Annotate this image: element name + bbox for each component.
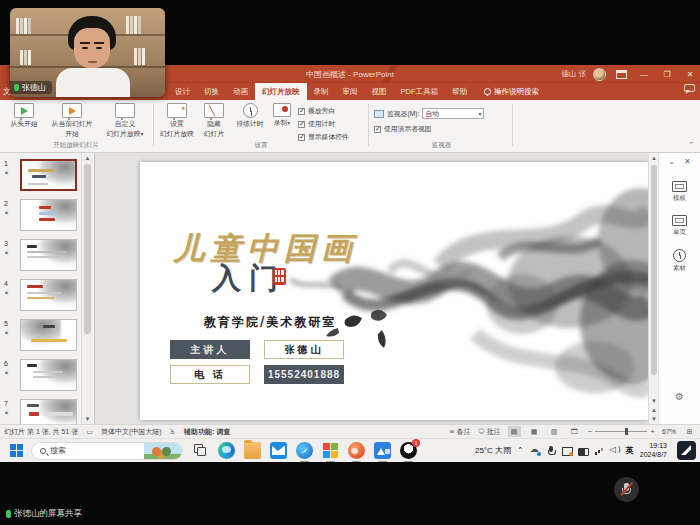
record-button[interactable]: 录制 [268, 103, 296, 128]
zoom-track[interactable] [595, 431, 647, 432]
panel-close-icon[interactable]: ✕ [684, 157, 691, 166]
side-panel-item-模板[interactable]: 模板 [672, 181, 687, 203]
scrollbar-thumb[interactable] [651, 165, 657, 375]
tab-设计[interactable]: 设计 [168, 83, 197, 100]
mic-active-icon [14, 84, 19, 91]
presenter-view-checkbox[interactable]: 使用演示者视图 [374, 124, 484, 134]
microsoft-store-icon[interactable] [322, 442, 339, 459]
accessibility-icon: ♿ [170, 428, 176, 436]
gear-icon[interactable]: ⚙ [659, 391, 700, 402]
webcam-name-label: 张德山 [10, 81, 52, 94]
ribbon-display-icon [616, 70, 627, 79]
normal-view-button[interactable]: ▤ [508, 426, 521, 437]
play-narration-checkbox[interactable]: 播放旁白 [298, 106, 349, 116]
scrollbar-thumb[interactable] [84, 164, 91, 334]
books [134, 48, 145, 65]
accessibility-status[interactable]: 辅助功能: 调查 [184, 427, 230, 437]
webcam-name: 张德山 [22, 82, 46, 93]
account-avatar[interactable] [593, 68, 606, 81]
tab-审阅[interactable]: 审阅 [336, 83, 365, 100]
tab-切换[interactable]: 切换 [197, 83, 226, 100]
custom-slideshow-button[interactable]: 自定义 幻灯片放映 [100, 103, 150, 139]
timings-label: 使用计时 [308, 119, 335, 129]
zoom-percentage[interactable]: 67% [662, 428, 676, 435]
microphone-in-use-icon[interactable] [546, 446, 556, 456]
slideshow-view-button[interactable]: 🗖 [568, 426, 581, 437]
taskbar-search-box[interactable]: 搜索 [31, 442, 183, 460]
thumbnail-scrollbar[interactable]: ▲ ▼ [81, 153, 92, 424]
qq-app-icon[interactable]: 1 [400, 442, 417, 459]
battery-icon[interactable] [578, 446, 588, 456]
zoom-slider[interactable]: − + [588, 427, 655, 436]
hide-slide-button[interactable]: 隐藏 幻灯片 [196, 103, 232, 139]
share-indicator-button[interactable] [677, 441, 696, 460]
rehearse-timings-button[interactable]: 排练计时 [230, 103, 270, 128]
slide-sorter-view-button[interactable]: ▦ [528, 426, 541, 437]
group-label-start: 开始放映幻灯片 [0, 141, 152, 150]
ime-language-indicator[interactable]: 英 [626, 445, 634, 456]
thumbnail-number: 7 [4, 400, 8, 407]
hidden-icons-chevron[interactable]: ⌃ [517, 446, 524, 455]
network-signal-icon[interactable] [594, 446, 604, 456]
search-placeholder: 搜索 [50, 445, 66, 456]
comments-toggle[interactable]: 🗨 批注 [478, 427, 501, 437]
setup-slideshow-button[interactable]: 设置 幻灯片放映 [156, 103, 198, 139]
minimize-button[interactable]: — [636, 67, 652, 81]
notes-toggle[interactable]: ≐ 备注 [449, 427, 471, 437]
language-status[interactable]: 简体中文(中国大陆) [101, 427, 162, 437]
mic-muted-button[interactable] [614, 477, 639, 502]
tab-动画[interactable]: 动画 [226, 83, 255, 100]
editor-scrollbar[interactable]: ▲ ▼▲▼ [648, 153, 658, 424]
taskbar-clock[interactable]: 19:13 2024/8/7 [640, 442, 667, 458]
close-button[interactable]: ✕ [682, 67, 698, 81]
scroll-up-icon[interactable]: ▲ [82, 153, 93, 163]
zoom-handle[interactable] [625, 428, 628, 435]
person-face [88, 61, 97, 63]
screen-cast-icon[interactable] [562, 446, 572, 456]
webcam-video-tile[interactable]: 张德山 [10, 8, 165, 97]
reading-view-button[interactable]: ▥ [548, 426, 561, 437]
tab-帮助[interactable]: 帮助 [445, 83, 474, 100]
time: 19:13 [640, 442, 667, 450]
side-panel-item-单页[interactable]: 单页 [672, 215, 687, 237]
restore-button[interactable]: ❐ [659, 67, 675, 81]
edge-browser-icon[interactable] [218, 442, 235, 459]
tab-幻灯片放映[interactable]: 幻灯片放映 [255, 83, 307, 100]
meeting-app-icon[interactable] [348, 442, 365, 459]
use-timings-checkbox[interactable]: 使用计时 [298, 119, 349, 129]
checkbox-checked-icon [298, 121, 305, 128]
collapse-ribbon-button[interactable]: ⌃ [688, 141, 694, 149]
status-bar: 幻灯片 第 1 张, 共 51 张 ▭ 简体中文(中国大陆) ♿ 辅助功能: 调… [0, 424, 700, 438]
speaker-icon[interactable] [610, 446, 620, 456]
from-beginning-button[interactable]: 从头开始 [2, 103, 46, 128]
tab-PDF工具箱[interactable]: PDF工具箱 [394, 83, 446, 100]
tab-视图[interactable]: 视图 [365, 83, 394, 100]
slide-canvas[interactable]: 儿童中国画 入门 教育学院/美术教研室 主讲人 张德山 电 话 15552401… [140, 162, 648, 420]
mail-app-icon[interactable] [270, 442, 287, 459]
tab-录制[interactable]: 录制 [307, 83, 336, 100]
tell-me-search[interactable]: 操作说明搜索 [484, 83, 539, 100]
thumbnail-number: 1 [4, 160, 8, 167]
monitor-dropdown[interactable]: 自动 [422, 108, 484, 119]
slide-subtitle: 教育学院/美术教研室 [204, 314, 336, 331]
comments-icon[interactable] [684, 84, 695, 92]
weather-status[interactable]: 25°C 大雨 [475, 445, 511, 456]
from-current-slide-button[interactable]: 从当前幻灯片 开始 [46, 103, 98, 139]
fit-to-window-icon[interactable]: ⊞ [683, 426, 696, 437]
record-label: 录制 [274, 119, 291, 128]
docs-app-icon[interactable] [374, 442, 391, 459]
file-explorer-icon[interactable] [244, 442, 261, 459]
browser-app-icon[interactable] [296, 442, 313, 459]
ribbon-display-options-button[interactable] [613, 67, 629, 81]
books [16, 18, 31, 34]
display-settings-icon[interactable]: ▭ [86, 428, 93, 436]
cloud-sync-icon[interactable] [530, 446, 540, 456]
zoom-out-icon[interactable]: − [588, 427, 593, 436]
scroll-down-icon[interactable]: ▼ [82, 414, 93, 424]
side-panel-item-素材[interactable]: 素材 [673, 249, 686, 273]
task-view-button[interactable] [192, 442, 209, 459]
panel-collapse-icon[interactable]: ⌄ [668, 157, 675, 166]
windows-start-button[interactable] [10, 444, 23, 457]
windows-taskbar: 搜索 1 25°C 大雨 ⌃ 英 19:13 2024/8/7 [0, 438, 700, 462]
zoom-in-icon[interactable]: + [650, 427, 655, 436]
